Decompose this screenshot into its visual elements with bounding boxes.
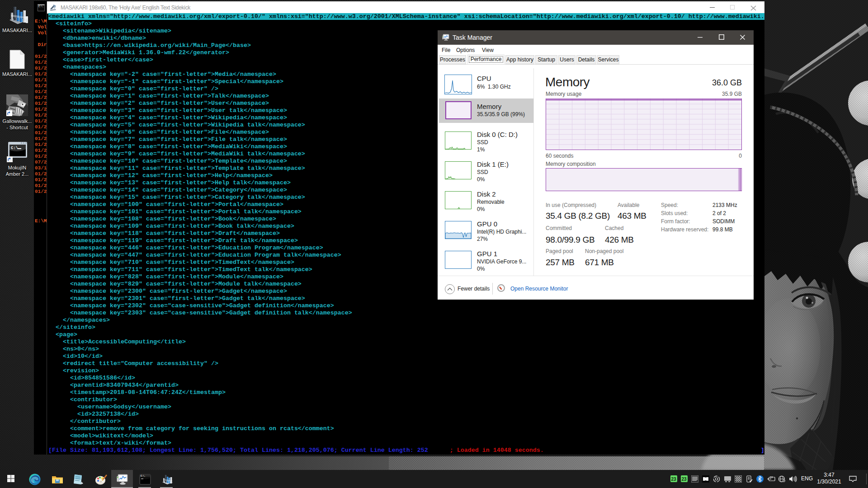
svg-text:C:\.: C:\.	[141, 475, 146, 477]
svg-text:23: 23	[671, 477, 677, 482]
svg-text:C:\: C:\	[11, 146, 19, 150]
svg-text:23: 23	[682, 477, 687, 482]
